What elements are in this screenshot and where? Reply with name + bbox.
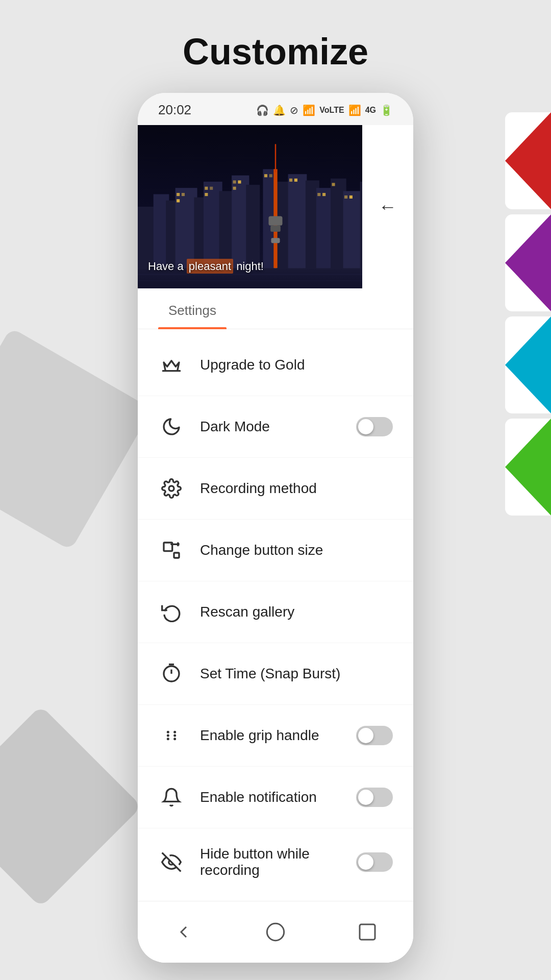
- triangle-red: [505, 112, 551, 209]
- settings-item-rescan-gallery[interactable]: Rescan gallery: [138, 581, 413, 643]
- nav-home-button[interactable]: [260, 917, 291, 947]
- eye-off-icon: [158, 849, 185, 875]
- svg-rect-16: [343, 191, 362, 269]
- bg-decoration-1: [0, 327, 153, 550]
- svg-rect-27: [238, 180, 241, 183]
- svg-rect-64: [360, 924, 375, 940]
- svg-rect-32: [294, 179, 297, 182]
- enable-grip-label: Enable grip handle: [200, 727, 356, 744]
- set-time-label: Set Time (Snap Burst): [200, 666, 393, 682]
- hide-button-label: Hide button while recording: [200, 846, 356, 878]
- 4g-icon: 4G: [365, 106, 376, 115]
- alarm-icon: 🔔: [273, 104, 286, 116]
- svg-rect-34: [322, 193, 325, 196]
- settings-item-enable-grip[interactable]: Enable grip handle: [138, 705, 413, 767]
- triangle-purple: [505, 214, 551, 311]
- svg-rect-23: [205, 187, 208, 190]
- dark-mode-toggle-knob: [358, 419, 373, 434]
- svg-rect-36: [344, 195, 347, 199]
- svg-rect-35: [332, 183, 335, 186]
- svg-rect-33: [317, 193, 320, 196]
- enable-grip-toggle-knob: [358, 728, 373, 743]
- svg-point-63: [267, 923, 284, 940]
- svg-rect-40: [275, 144, 276, 172]
- nav-back-button[interactable]: [168, 917, 199, 947]
- svg-rect-50: [174, 553, 179, 558]
- change-button-size-label: Change button size: [200, 542, 393, 558]
- back-icon[interactable]: ←: [379, 196, 397, 217]
- settings-item-set-time[interactable]: Set Time (Snap Burst): [138, 643, 413, 705]
- svg-point-60: [167, 738, 169, 740]
- enable-notification-toggle-knob: [358, 790, 373, 805]
- settings-item-recording-method[interactable]: Recording method: [138, 458, 413, 520]
- status-bar: 20:02 🎧 🔔 ⊘ 📶 VoLTE 📶 4G 🔋: [138, 93, 413, 125]
- settings-item-hide-button[interactable]: Hide button while recording: [138, 828, 413, 896]
- refresh-icon: [158, 599, 185, 625]
- triangle-green: [505, 419, 551, 516]
- color-panel-red: [505, 112, 551, 209]
- bg-decoration-2: [0, 705, 142, 908]
- svg-rect-20: [177, 193, 180, 196]
- phone-frame: 20:02 🎧 🔔 ⊘ 📶 VoLTE 📶 4G 🔋: [138, 93, 413, 963]
- svg-point-61: [173, 738, 176, 740]
- timer-icon: [158, 660, 185, 687]
- svg-rect-12: [288, 174, 307, 270]
- tabs-bar: Settings: [138, 288, 413, 329]
- nav-recents-button[interactable]: [352, 917, 383, 947]
- color-panel-green: [505, 419, 551, 516]
- settings-item-dark-mode[interactable]: Dark Mode: [138, 396, 413, 458]
- signal-icon: 📶: [348, 104, 361, 116]
- tab-settings[interactable]: Settings: [158, 288, 227, 329]
- moon-icon: [158, 413, 185, 440]
- status-icons: 🎧 🔔 ⊘ 📶 VoLTE 📶 4G 🔋: [256, 104, 393, 116]
- svg-rect-9: [246, 185, 260, 270]
- headphone-icon: 🎧: [256, 104, 269, 116]
- settings-item-upgrade[interactable]: Upgrade to Gold: [138, 334, 413, 396]
- svg-line-53: [178, 544, 179, 546]
- svg-point-56: [167, 731, 169, 733]
- settings-item-change-button-size[interactable]: Change button size: [138, 520, 413, 581]
- svg-rect-30: [269, 174, 272, 177]
- hero-wrapper: Have a pleasant night! ←: [138, 125, 413, 288]
- status-time: 20:02: [158, 102, 191, 118]
- grip-icon: [158, 722, 185, 749]
- gear-icon: [158, 475, 185, 502]
- svg-rect-22: [177, 199, 180, 202]
- hide-button-toggle[interactable]: [356, 852, 393, 872]
- svg-rect-42: [270, 226, 281, 232]
- hide-button-toggle-knob: [358, 854, 373, 870]
- svg-point-58: [167, 734, 169, 737]
- upgrade-label: Upgrade to Gold: [200, 357, 393, 373]
- crown-icon: [158, 352, 185, 378]
- page-title: Customize: [183, 31, 368, 72]
- dark-mode-toggle[interactable]: [356, 417, 393, 436]
- svg-rect-41: [269, 216, 283, 225]
- wifi-icon: 📶: [303, 104, 315, 116]
- enable-notification-toggle[interactable]: [356, 788, 393, 807]
- hero-caption: Have a pleasant night!: [148, 260, 264, 273]
- volte-icon: VoLTE: [319, 106, 344, 115]
- svg-rect-29: [264, 174, 267, 177]
- dnd-icon: ⊘: [290, 104, 298, 116]
- enable-grip-toggle[interactable]: [356, 726, 393, 745]
- dark-mode-label: Dark Mode: [200, 419, 356, 435]
- svg-point-59: [173, 734, 176, 737]
- settings-list: Upgrade to Gold Dark Mode: [138, 329, 413, 901]
- svg-rect-37: [349, 195, 353, 199]
- color-panel-purple: [505, 214, 551, 311]
- resize-icon: [158, 537, 185, 564]
- color-panel-cyan: [505, 316, 551, 413]
- svg-rect-21: [182, 193, 185, 196]
- svg-point-48: [169, 486, 174, 491]
- nav-bar: [138, 901, 413, 963]
- settings-item-enable-notification[interactable]: Enable notification: [138, 767, 413, 828]
- bell-icon: [158, 784, 185, 811]
- svg-rect-24: [210, 187, 213, 190]
- svg-rect-43: [271, 238, 280, 243]
- triangle-cyan: [505, 316, 551, 413]
- svg-rect-31: [289, 179, 292, 182]
- svg-rect-25: [205, 193, 208, 196]
- recording-method-label: Recording method: [200, 480, 393, 497]
- back-button-area[interactable]: ←: [362, 125, 413, 288]
- color-panels: [505, 112, 551, 516]
